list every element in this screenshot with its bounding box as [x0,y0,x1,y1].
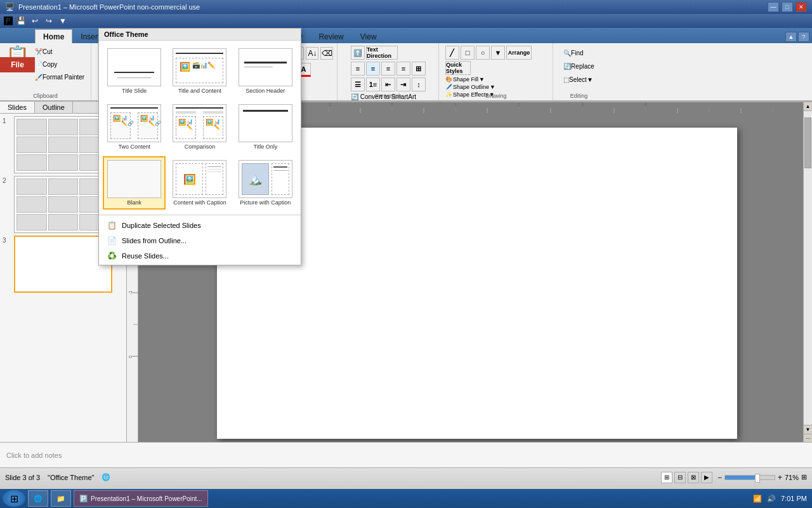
taskbar-folder-btn[interactable]: 📁 [51,490,71,507]
save-qa-btn[interactable]: 💾 [15,15,27,27]
restore-btn[interactable]: □ [782,2,793,12]
redo-qa-btn[interactable]: ↪ [43,15,55,27]
layout-title-only[interactable]: Title Only [234,100,297,154]
clock: 7:01 PM [781,495,807,502]
tab-home[interactable]: Home [35,29,72,43]
shape-line-btn[interactable]: ╱ [445,46,459,60]
normal-view-btn[interactable]: ⊞ [661,472,672,483]
title-bar: 🖥️ Presentation1 – Microsoft PowerPoint … [0,0,812,14]
ribbon-help-btn[interactable]: ? [798,32,809,42]
find-btn[interactable]: 🔍 Find [561,47,597,58]
shape-rect-btn[interactable]: □ [461,46,475,60]
slide-sorter-btn[interactable]: ⊟ [674,472,686,483]
select-btn[interactable]: ⬚ Select ▼ [561,74,597,85]
font-size-decrease-btn[interactable]: A↓ [306,47,318,60]
align-right-btn[interactable]: ≡ [381,62,395,76]
increase-indent-btn[interactable]: ⇥ [396,77,410,91]
arrange-btn[interactable]: Arrange [506,46,532,60]
list-numbered-btn[interactable]: 1≡ [366,77,380,91]
col-btn[interactable]: ⊞ [412,62,426,76]
reading-view-btn[interactable]: ⊠ [688,472,699,483]
replace-icon: 🔄 [563,63,571,70]
zoom-out-btn[interactable]: − [717,473,722,482]
justify-btn[interactable]: ≡ [396,62,410,76]
format-painter-btn[interactable]: 🖌️ Format Painter [32,71,87,83]
clear-format-btn[interactable]: ⌫ [320,47,333,60]
powerpoint-icon: 🅿 [4,16,13,26]
copy-btn[interactable]: 📄 Copy [32,58,87,70]
slide-number-1: 1 [3,116,11,124]
vertical-scrollbar[interactable]: ▲ ▼ ⋯ ▼ [803,102,812,442]
scroll-track[interactable] [804,111,812,425]
tab-view[interactable]: View [352,29,385,43]
replace-btn[interactable]: 🔄 Replace [561,60,597,72]
slide-preview-2[interactable] [14,176,112,233]
window-controls: — □ ✕ [768,2,807,12]
shape-fill-icon: 🎨 [445,76,452,83]
ribbon-group-editing: Editing 🔍 Find 🔄 Replace ⬚ Select ▼ [553,43,604,100]
cut-btn[interactable]: ✂️ Cut [32,46,87,57]
zoom-in-btn[interactable]: + [778,473,782,482]
layout-thumb-picture-caption: 🏔️ [239,160,292,198]
minimize-btn[interactable]: — [768,2,779,12]
ribbon-group-paragraph: Paragraph ⬆️ Text Direction ≡ ≡ ≡ ≡ ⊞ ☰ … [337,43,439,100]
reuse-slides-item[interactable]: ♻️ Reuse Slides... [99,248,301,264]
layout-comparison[interactable]: 🖼️ 📊✏️ 🖼️ 📊✏️ Comparison [168,100,231,154]
duplicate-slides-label: Duplicate Selected Slides [122,222,201,229]
layout-title-slide[interactable]: Title Slide [103,44,166,98]
shape-outline-dropdown[interactable]: ▼ [490,84,495,90]
line-spacing-btn[interactable]: ↕ [412,77,426,91]
dropdown-header: Office Theme [99,29,301,41]
zoom-slider[interactable] [724,475,775,480]
align-text-btn[interactable]: Text Direction [366,46,398,60]
align-center-btn[interactable]: ≡ [366,62,380,76]
slideshow-btn[interactable]: ▶ [701,472,712,483]
align-left-btn[interactable]: ≡ [351,62,365,76]
undo-qa-btn[interactable]: ↩ [29,15,41,27]
layout-section-header[interactable]: Section Header [234,44,297,98]
shape-outline-btn[interactable]: 🖊️ Shape Outline ▼ [445,84,495,90]
slides-tab-slides[interactable]: Slides [0,102,35,113]
shape-oval-btn[interactable]: ○ [476,46,490,60]
customize-qa-btn[interactable]: ▼ [57,15,69,27]
shape-fill-btn[interactable]: 🎨 Shape Fill ▼ [445,76,485,83]
ie-icon: 🌐 [34,495,43,503]
shape-fill-dropdown[interactable]: ▼ [479,76,485,83]
list-bullets-btn[interactable]: ☰ [351,77,365,91]
reuse-slides-label: Reuse Slides... [122,252,169,260]
taskbar-pp-btn[interactable]: 🅿️ Presentation1 – Microsoft PowerPoint.… [74,490,208,507]
layout-thumb-section-header [239,48,292,86]
taskbar: ⊞ 🌐 📁 🅿️ Presentation1 – Microsoft Power… [0,489,812,508]
layout-blank[interactable]: Blank [103,156,166,210]
duplicate-slides-item[interactable]: 📋 Duplicate Selected Slides [99,218,301,233]
scroll-more-btn[interactable]: ⋯ [804,434,812,442]
text-direction-btn[interactable]: ⬆️ [351,46,365,60]
tab-review[interactable]: Review [310,29,351,43]
tab-file[interactable]: File [0,57,35,72]
scroll-thumb[interactable] [804,117,811,168]
layout-two-content[interactable]: 🖼️ 📊✏️🔗 🖼️ 📊✏️🔗 Two Content [103,100,166,154]
shape-effects-icon: ✨ [445,91,452,98]
layout-title-content[interactable]: 🖼️ 🗃️📊✏️ Title and Content [168,44,231,98]
slides-from-outline-item[interactable]: 📄 Slides from Outline... [99,233,301,248]
start-btn[interactable]: ⊞ [3,490,25,507]
quick-styles-btn[interactable]: Quick Styles [445,61,471,75]
layout-content-caption[interactable]: 🖼️ Content with Caption [168,156,231,210]
decrease-indent-btn[interactable]: ⇤ [381,77,395,91]
layout-picture-caption[interactable]: 🏔️ Picture with Caption [234,156,297,210]
ribbon-collapse-btn[interactable]: ▲ [785,32,797,42]
language-icon: 🌐 [102,473,110,481]
fit-slide-btn[interactable]: ⊞ [801,473,807,481]
taskbar-ie-btn[interactable]: 🌐 [28,490,48,507]
slides-tab-outline[interactable]: Outline [35,102,73,113]
layout-label-blank: Blank [127,199,141,206]
close-btn[interactable]: ✕ [796,2,807,12]
shape-more-btn[interactable]: ▼ [491,46,505,60]
duplicate-slides-icon: 📋 [107,220,117,231]
notes-area[interactable]: Click to add notes [0,442,812,467]
layout-thumb-title-slide [107,48,161,86]
scroll-down-btn[interactable]: ▼ [804,425,812,434]
slide-preview-1[interactable] [14,116,112,173]
shape-outline-icon: 🖊️ [445,84,452,90]
slide-preview-3[interactable] [14,236,112,293]
